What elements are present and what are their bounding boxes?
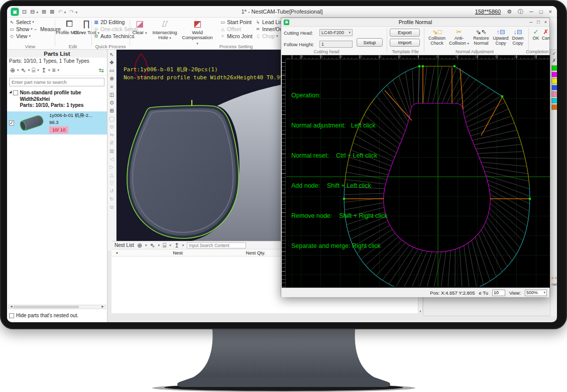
color-swatch-6[interactable] bbox=[551, 104, 557, 110]
parts-search-input[interactable] bbox=[9, 78, 104, 86]
weld-compensation-button[interactable]: ◩Weld Compensation ▾ bbox=[181, 19, 214, 46]
strip-next-icon[interactable]: ▷ bbox=[110, 163, 114, 171]
color-swatch-1[interactable] bbox=[551, 72, 557, 77]
normal-node[interactable] bbox=[529, 198, 531, 200]
select-part-icon[interactable]: ⇖ bbox=[21, 67, 26, 74]
strip-rotate-cw-icon[interactable]: ↻ bbox=[109, 195, 114, 203]
delete-part-icon[interactable]: ⌸ bbox=[32, 67, 35, 74]
strip-prev-icon[interactable]: ◁ bbox=[110, 155, 114, 163]
expander-icon[interactable]: ◢ bbox=[9, 90, 12, 109]
apply-color-icon[interactable]: ✓ bbox=[552, 50, 556, 57]
offset-button[interactable]: ◬Offset bbox=[220, 26, 241, 32]
info-icon[interactable]: ⓘ bbox=[518, 8, 523, 16]
strip-circle-icon[interactable]: ◯ bbox=[109, 115, 115, 123]
nest-select-all-checkbox[interactable]: ▪ bbox=[111, 250, 123, 255]
strip-rotate-ccw-icon[interactable]: ↺ bbox=[109, 187, 114, 195]
sync-parts-icon[interactable]: ⇆ bbox=[99, 67, 104, 74]
parts-group-row[interactable]: ◢ Non-standard profile tube Width26xHeiP… bbox=[7, 88, 107, 110]
sort-list-icon[interactable]: ≡ bbox=[52, 67, 55, 74]
strip-iso-view-icon[interactable]: ◫ bbox=[109, 91, 114, 99]
app-logo-icon[interactable]: ▣ bbox=[11, 8, 19, 16]
restore-button[interactable]: □ bbox=[539, 9, 543, 15]
open-file-icon[interactable]: ⊟ ▾ bbox=[30, 9, 38, 15]
nest-top-icon[interactable]: ↥ bbox=[174, 242, 179, 249]
normal-node[interactable] bbox=[453, 65, 456, 67]
down-copy-button[interactable]: ↓⊟Down Copy bbox=[508, 29, 527, 46]
inner-profile-path[interactable] bbox=[384, 103, 491, 252]
setup-button[interactable]: Setup bbox=[357, 38, 383, 47]
hide-nested-checkbox[interactable] bbox=[9, 313, 14, 318]
strip-down-icon[interactable]: ▽ bbox=[110, 179, 114, 187]
export-file-icon[interactable]: ⊠ bbox=[50, 9, 54, 15]
add-part-icon[interactable]: ⊕ bbox=[10, 67, 15, 74]
strip-select-icon[interactable]: ⇖ bbox=[109, 51, 114, 59]
color-swatch-4[interactable] bbox=[551, 91, 557, 97]
normal-node[interactable] bbox=[422, 65, 424, 67]
strip-search-icon[interactable]: ⊖ bbox=[109, 123, 114, 131]
strip-front-view-icon[interactable]: ⌗ bbox=[110, 83, 114, 91]
upward-copy-button[interactable]: ↑⊟Upward Copy bbox=[491, 29, 510, 46]
dialog-maximize-button[interactable]: □ bbox=[537, 20, 539, 25]
move-top-icon[interactable]: ↥ bbox=[41, 67, 46, 74]
import-button[interactable]: Import bbox=[390, 39, 420, 47]
color-swatch-2[interactable] bbox=[551, 78, 557, 84]
strip-zoom-in-icon[interactable]: ⊕ bbox=[109, 75, 114, 83]
part-checkbox[interactable] bbox=[9, 120, 14, 125]
micro-joint-button[interactable]: ⁘Micro Joint bbox=[220, 33, 253, 39]
nest-search-input[interactable] bbox=[187, 242, 246, 248]
account-number[interactable]: 158**5860 bbox=[475, 9, 501, 15]
group-checkbox[interactable] bbox=[13, 90, 18, 95]
strip-pan-icon[interactable]: ✥ bbox=[109, 59, 114, 67]
collision-check-button[interactable]: ⇘□Collision Check bbox=[426, 29, 448, 46]
cancel-button[interactable]: ✗Can bbox=[540, 29, 551, 41]
hide-nested-row[interactable]: Hide parts that's nested out. bbox=[9, 313, 78, 318]
tube-count-input[interactable] bbox=[492, 290, 505, 296]
undo-icon[interactable]: ↶ ▾ bbox=[58, 9, 66, 15]
intersecting-hole-button[interactable]: ⌰Intersecting Hole ▾ bbox=[151, 19, 179, 41]
normal-node[interactable] bbox=[501, 95, 503, 97]
dialog-titlebar[interactable]: ▣ Profile Normal ─ □ × bbox=[281, 18, 549, 27]
parts-hscrollbar[interactable]: ◄► bbox=[8, 305, 106, 309]
model-canvas[interactable]: Part:1y006-b-01 机身-20pcs(1) Non-standard… bbox=[117, 50, 281, 241]
strip-zoom-window-icon[interactable]: ⊙ bbox=[109, 99, 114, 107]
pin-window-icon[interactable]: ⊡ bbox=[22, 9, 27, 15]
nest-add-icon[interactable]: ⊕ bbox=[137, 242, 142, 249]
nest-select-icon[interactable]: ⇖ bbox=[150, 242, 155, 249]
profile-canvas[interactable]: -35-30-25-20-15-10-50510152025 bbox=[282, 55, 550, 288]
restore-normal-button[interactable]: ⇘⇖Restore Normal bbox=[470, 29, 492, 46]
strip-up-icon[interactable]: △ bbox=[110, 171, 114, 179]
dialog-minimize-button[interactable]: ─ bbox=[529, 20, 532, 25]
dialog-close-button[interactable]: × bbox=[544, 20, 547, 25]
view-menu[interactable]: ◇View▾ bbox=[9, 33, 31, 39]
part-list-item[interactable]: 1y006-b-01 机身-2... 98.3 10/ 10 bbox=[7, 111, 107, 135]
color-swatch-5[interactable] bbox=[551, 98, 557, 103]
export-button[interactable]: Export bbox=[390, 29, 420, 37]
save-icon[interactable]: ⊞ bbox=[42, 9, 46, 15]
strip-fit-view-icon[interactable]: ▭ bbox=[109, 67, 114, 75]
strip-texture-icon[interactable]: ▦ bbox=[109, 147, 114, 155]
auto-technics-button[interactable]: ⚙Auto Techinics bbox=[93, 33, 135, 39]
chop-button[interactable]: ▯Chop▾ bbox=[255, 33, 278, 39]
strip-snapshot-icon[interactable]: ⊞ bbox=[109, 107, 114, 115]
show-menu[interactable]: ▭Show▾ bbox=[9, 26, 33, 32]
zoom-select[interactable]: 500%▾ bbox=[525, 290, 547, 296]
color-swatch-3[interactable] bbox=[551, 85, 557, 90]
strip-flip-h-icon[interactable]: ⇋ bbox=[109, 131, 114, 139]
cutting-head-select[interactable]: LC40-F200▾ bbox=[319, 29, 353, 36]
start-point-button[interactable]: ▭Start Point bbox=[220, 19, 252, 25]
normal-node[interactable] bbox=[418, 65, 420, 67]
select-menu[interactable]: ⇖Select▾ bbox=[9, 19, 34, 25]
clear-color-icon[interactable]: ✗ bbox=[552, 57, 556, 64]
anti-collision-button[interactable]: ✂Anti-Collision ▾ bbox=[448, 29, 470, 46]
strip-copy-icon[interactable]: ⧉ bbox=[110, 203, 114, 211]
color-swatch-0[interactable] bbox=[551, 65, 557, 71]
settings-gear-icon[interactable]: ⚙ bbox=[507, 9, 512, 15]
follow-height-input[interactable] bbox=[319, 41, 353, 48]
2d-editing-button[interactable]: ▦2D Editing bbox=[93, 19, 125, 25]
clear-button[interactable]: ◪Clear ▾ bbox=[131, 19, 149, 35]
strip-flip-v-icon[interactable]: ⇵ bbox=[109, 139, 114, 147]
close-button[interactable]: × bbox=[549, 9, 552, 15]
redo-icon[interactable]: ↷ ▾ bbox=[69, 9, 77, 15]
minimize-button[interactable]: ─ bbox=[529, 9, 533, 15]
profile-scene[interactable]: Operation: Normal adjustment: Left click… bbox=[286, 59, 550, 287]
